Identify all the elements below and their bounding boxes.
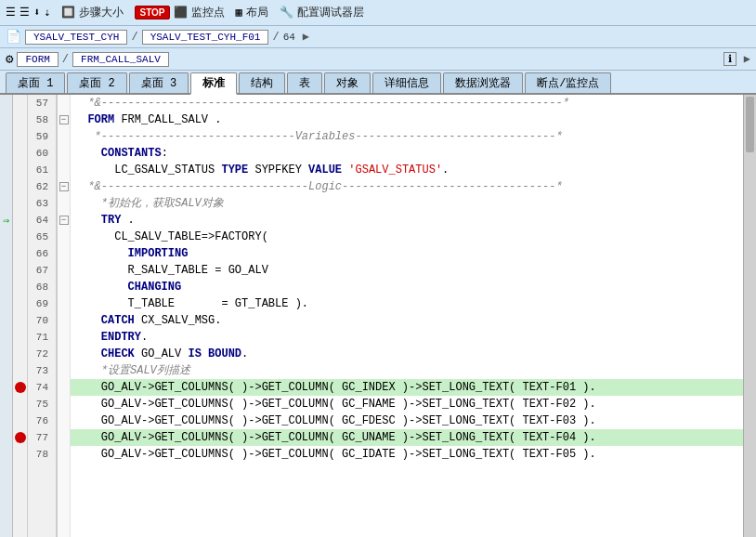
left-gutter-row-7: ⇒ <box>0 212 12 229</box>
left-gutter-row-20 <box>0 429 12 446</box>
expand-slot-8 <box>58 229 70 245</box>
tab-7[interactable]: 详细信息 <box>372 72 441 93</box>
toolbar-icon-2[interactable]: ☰ <box>20 6 30 20</box>
expand-slot-10 <box>58 262 70 279</box>
line-number-63: 63 <box>28 195 52 212</box>
left-gutter-row-10 <box>0 262 12 279</box>
expand-icon[interactable]: − <box>59 115 69 124</box>
toolbar-icon-1[interactable]: ☰ <box>6 6 16 20</box>
expand-icon[interactable]: − <box>59 182 69 191</box>
bp-slot-2[interactable] <box>13 128 27 145</box>
code-line-68[interactable]: CHANGING <box>71 279 743 295</box>
step-label: 步骤大小 <box>79 5 124 20</box>
bp-slot-19[interactable] <box>13 413 27 429</box>
code-line-69[interactable]: T_TABLE = GT_TABLE ). <box>71 295 743 312</box>
toolbar-icon-3[interactable]: ⬇ <box>33 6 40 20</box>
bp-slot-0[interactable] <box>13 95 27 111</box>
line-number-70: 70 <box>28 312 52 329</box>
bp-slot-6[interactable] <box>13 195 27 212</box>
expand-slot-7[interactable]: − <box>58 212 70 229</box>
code-line-57[interactable]: *&--------------------------------------… <box>71 95 743 111</box>
bc1-item2[interactable]: YSALV_TEST_CYH_F01 <box>142 30 269 45</box>
bp-slot-5[interactable] <box>13 178 27 195</box>
tab-8[interactable]: 数据浏览器 <box>443 72 523 93</box>
code-line-63[interactable]: *初始化，获取SALV对象 <box>71 195 743 212</box>
expand-slot-5[interactable]: − <box>58 178 70 195</box>
toolbar-icon-4[interactable]: ⇣ <box>44 6 50 20</box>
bp-slot-21[interactable] <box>13 446 27 463</box>
left-gutter-row-19 <box>0 413 12 429</box>
bp-slot-18[interactable] <box>13 396 27 413</box>
bp-slot-12[interactable] <box>13 295 27 312</box>
line-number-62: 62 <box>28 178 52 195</box>
expand-gutter: −−− <box>58 95 71 537</box>
code-line-72[interactable]: CHECK GO_ALV IS BOUND. <box>71 346 743 362</box>
bp-slot-3[interactable] <box>13 145 27 162</box>
bp-slot-4[interactable] <box>13 162 27 178</box>
code-line-71[interactable]: ENDTRY. <box>71 329 743 346</box>
code-line-70[interactable]: CATCH CX_SALV_MSG. <box>71 312 743 329</box>
tab-0[interactable]: 桌面 1 <box>6 72 65 93</box>
bc2-sep1: / <box>62 53 69 66</box>
tab-3[interactable]: 标准 <box>190 72 237 95</box>
left-gutter-row-5 <box>0 178 12 195</box>
toolbar-stop-group: STOP ⬛ 监控点 <box>135 5 224 20</box>
bc2-item2[interactable]: FRM_CALL_SALV <box>72 52 169 67</box>
tab-6[interactable]: 对象 <box>324 72 371 93</box>
bp-slot-8[interactable] <box>13 229 27 245</box>
bp-slot-15[interactable] <box>13 346 27 362</box>
bc2-info-icon: ℹ <box>723 52 736 66</box>
line-number-71: 71 <box>28 329 52 346</box>
code-line-75[interactable]: GO_ALV->GET_COLUMNS( )->GET_COLUMN( GC_F… <box>71 396 743 413</box>
left-gutter-row-9 <box>0 245 12 262</box>
code-line-76[interactable]: GO_ALV->GET_COLUMNS( )->GET_COLUMN( GC_F… <box>71 413 743 429</box>
arrow-icon: ⇒ <box>3 214 9 228</box>
bp-slot-7[interactable] <box>13 212 27 229</box>
code-line-60[interactable]: CONSTANTS: <box>71 145 743 162</box>
code-line-78[interactable]: GO_ALV->GET_COLUMNS( )->GET_COLUMN( GC_I… <box>71 446 743 463</box>
scroll-thumb[interactable] <box>746 97 754 152</box>
bp-slot-16[interactable] <box>13 362 27 379</box>
toolbar-layout: ▦ 布局 <box>236 5 268 20</box>
bp-slot-13[interactable] <box>13 312 27 329</box>
bp-slot-11[interactable] <box>13 279 27 295</box>
code-line-64[interactable]: TRY . <box>71 212 743 229</box>
line-number-68: 68 <box>28 279 52 295</box>
code-line-73[interactable]: *设置SALV列描述 <box>71 362 743 379</box>
code-line-59[interactable]: *-----------------------------Variables-… <box>71 128 743 145</box>
breadcrumb-bar-2: ⚙ FORM / FRM_CALL_SALV ℹ ▶ <box>0 48 756 71</box>
left-gutter-row-1 <box>0 111 12 128</box>
bp-slot-10[interactable] <box>13 262 27 279</box>
left-gutter-row-4 <box>0 162 12 178</box>
bc1-icon: 📄 <box>6 29 21 45</box>
bp-slot-9[interactable] <box>13 245 27 262</box>
code-line-66[interactable]: IMPORTING <box>71 245 743 262</box>
line-number-76: 76 <box>28 413 52 429</box>
expand-slot-6 <box>58 195 70 212</box>
code-line-74[interactable]: GO_ALV->GET_COLUMNS( )->GET_COLUMN( GC_I… <box>71 379 743 396</box>
bp-slot-1[interactable] <box>13 111 27 128</box>
bp-slot-20[interactable] <box>13 429 27 446</box>
tab-4[interactable]: 结构 <box>239 72 285 93</box>
code-line-77[interactable]: GO_ALV->GET_COLUMNS( )->GET_COLUMN( GC_U… <box>71 429 743 446</box>
bp-slot-17[interactable] <box>13 379 27 396</box>
stop-button[interactable]: STOP <box>135 6 169 20</box>
code-line-65[interactable]: CL_SALV_TABLE=>FACTORY( <box>71 229 743 245</box>
bp-slot-14[interactable] <box>13 329 27 346</box>
line-number-58: 58 <box>28 111 52 128</box>
tab-2[interactable]: 桌面 3 <box>129 72 189 93</box>
vertical-scrollbar[interactable] <box>743 95 756 537</box>
tab-5[interactable]: 表 <box>287 72 322 93</box>
tab-9[interactable]: 断点/监控点 <box>525 72 611 93</box>
code-line-67[interactable]: R_SALV_TABLE = GO_ALV <box>71 262 743 279</box>
tab-1[interactable]: 桌面 2 <box>67 72 126 93</box>
bc1-item1[interactable]: YSALV_TEST_CYH <box>25 30 127 45</box>
bc2-item1[interactable]: FORM <box>17 52 58 67</box>
code-line-58[interactable]: FORM FRM_CALL_SALV . <box>71 111 743 128</box>
code-line-61[interactable]: LC_GSALV_STATUS TYPE SYPFKEY VALUE 'GSAL… <box>71 162 743 178</box>
code-line-62[interactable]: *&-------------------------------Logic--… <box>71 178 743 195</box>
expand-slot-1[interactable]: − <box>58 111 70 128</box>
expand-icon[interactable]: − <box>59 216 69 225</box>
expand-slot-2 <box>58 128 70 145</box>
line-number-60: 60 <box>28 145 52 162</box>
